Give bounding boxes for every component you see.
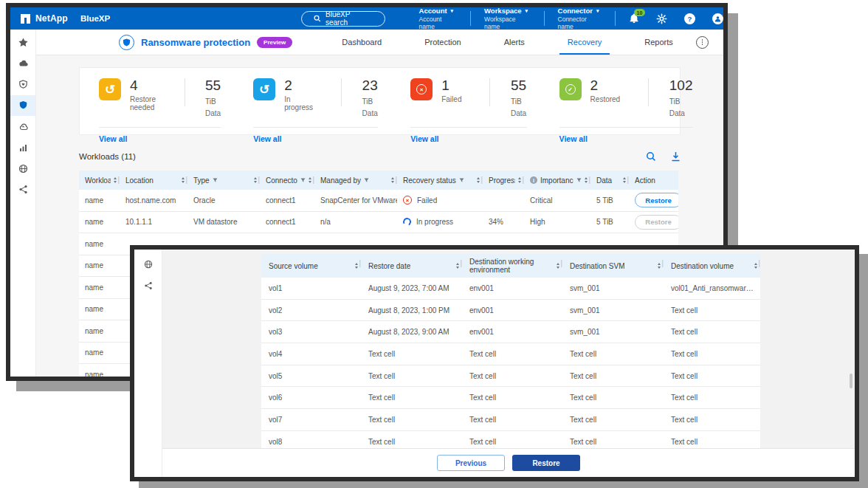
table-cell: VM datastore (187, 211, 260, 233)
more-options-icon[interactable] (696, 36, 709, 49)
filter-icon[interactable] (364, 178, 369, 183)
sidebar-item-protection-shield[interactable] (10, 95, 35, 117)
dialog-sidebar-item-share[interactable] (134, 275, 162, 297)
tab-alerts[interactable]: Alerts (483, 30, 546, 55)
summary-card-top: ↺2In progress23 TiBData (253, 78, 378, 117)
table-cell: Text cell (462, 365, 562, 387)
download-icon[interactable] (671, 151, 681, 162)
settings-gear-icon[interactable] (656, 13, 667, 24)
protection-shield-icon (18, 100, 28, 110)
table-cell: Oracle (187, 190, 260, 211)
star-icon (18, 38, 28, 47)
summary-card: ×1Failed55 TiBDataView all (394, 68, 542, 134)
dialog-footer: Previous Restore (162, 448, 855, 477)
view-all-link[interactable]: View all (410, 134, 438, 143)
user-account-icon[interactable] (712, 13, 723, 24)
sidebar-item-cloud[interactable] (10, 53, 35, 75)
table-cell: name (79, 190, 120, 211)
summary-card: ↺2In progress23 TiBDataView all (237, 68, 394, 134)
sort-icon[interactable] (557, 263, 559, 269)
sidebar-item-health-shield[interactable] (10, 74, 35, 95)
sidebar-item-star[interactable] (10, 32, 35, 53)
table-search-icon[interactable] (646, 151, 656, 162)
recovery-status-cell: In progress (397, 211, 483, 233)
tab-dashboard[interactable]: Dashboard (320, 30, 403, 55)
sidebar-item-cloud-restore[interactable] (10, 116, 35, 137)
column-header: Data| (590, 171, 629, 190)
tab-reports[interactable]: Reports (623, 30, 695, 55)
sort-icon[interactable] (623, 177, 626, 183)
column-header: Restore date| (361, 254, 462, 278)
cloud-icon (18, 58, 28, 68)
sort-icon[interactable] (391, 177, 394, 183)
sort-icon[interactable] (585, 177, 588, 183)
bluexp-search[interactable]: BlueXP search (301, 11, 385, 27)
table-cell: svm_001 (562, 321, 664, 343)
table-cell: name (79, 277, 120, 299)
view-all-link[interactable]: View all (559, 134, 588, 143)
filter-icon[interactable] (213, 178, 218, 183)
divider: | (758, 258, 760, 267)
table-cell: vol2 (261, 299, 361, 321)
table-cell: n/a (314, 211, 397, 233)
sort-icon[interactable] (182, 177, 185, 183)
table-row: vol4Text cellText cellText cellText cell (261, 343, 760, 365)
table-cell: Text cell (361, 409, 462, 431)
sidebar-item-globe[interactable] (10, 158, 35, 179)
tab-bar: DashboardProtectionAlertsRecoveryReports (320, 30, 694, 55)
info-icon[interactable]: i (530, 176, 537, 184)
divider (253, 127, 378, 128)
table-cell: name (79, 364, 120, 377)
tab-protection[interactable]: Protection (403, 30, 483, 55)
sort-icon[interactable] (254, 177, 257, 183)
chevron-down-icon: ▾ (596, 8, 599, 14)
tab-recovery[interactable]: Recovery (546, 30, 623, 55)
notification-badge: 10 (634, 9, 645, 16)
table-cell: connect1 (260, 190, 314, 211)
connector-menu[interactable]: Connector▾ Connector name (545, 7, 616, 30)
sort-icon[interactable] (114, 177, 117, 183)
view-all-link[interactable]: View all (99, 134, 127, 143)
brand-name: NetApp (35, 13, 68, 24)
sidebar-item-share[interactable] (10, 179, 35, 201)
sort-icon[interactable] (754, 263, 757, 269)
scrollbar-thumb[interactable] (850, 374, 852, 388)
view-all-link[interactable]: View all (253, 134, 281, 143)
help-icon[interactable]: ? (684, 13, 695, 24)
workloads-title: Workloads (11) (79, 152, 136, 161)
account-menu[interactable]: Account▾ Account name (406, 7, 470, 30)
sort-icon[interactable] (309, 177, 311, 183)
sort-icon[interactable] (658, 263, 661, 269)
ransomware-protection-icon (119, 35, 134, 50)
card-label: Failed (441, 95, 461, 103)
table-cell: name (79, 342, 120, 364)
filter-icon[interactable] (300, 178, 306, 183)
divider (559, 127, 693, 128)
sort-icon[interactable] (355, 263, 358, 269)
dialog-sidebar-item-globe[interactable] (134, 254, 162, 275)
notifications-bell-icon[interactable]: 10 (629, 13, 639, 24)
table-cell: name (79, 320, 120, 343)
divider (648, 78, 649, 106)
sort-icon[interactable] (477, 177, 480, 183)
source-volumes-table: Source volume|Restore date|Destination w… (261, 254, 760, 453)
table-cell: vol4 (261, 343, 361, 365)
row-restore-button[interactable]: Restore (635, 193, 678, 207)
account-name: Account name (419, 16, 457, 30)
table-cell: vol7 (261, 409, 361, 431)
sidebar-item-bar-chart[interactable] (10, 137, 35, 159)
column-header: Workload| (79, 171, 120, 190)
column-header: Location| (120, 171, 187, 190)
status-text: In progress (416, 218, 453, 226)
table-cell: Text cell (562, 365, 664, 387)
previous-button[interactable]: Previous (437, 455, 505, 471)
column-header: Type| (187, 171, 260, 190)
restore-button[interactable]: Restore (512, 455, 580, 471)
sort-icon[interactable] (518, 177, 521, 183)
filter-icon[interactable] (576, 178, 582, 183)
column-header: iImportance| (524, 171, 590, 190)
workspace-menu[interactable]: Workspace▾ Workspace name (471, 7, 544, 30)
sort-icon[interactable] (456, 263, 459, 269)
filter-icon[interactable] (459, 178, 464, 183)
globe-icon (18, 164, 28, 173)
